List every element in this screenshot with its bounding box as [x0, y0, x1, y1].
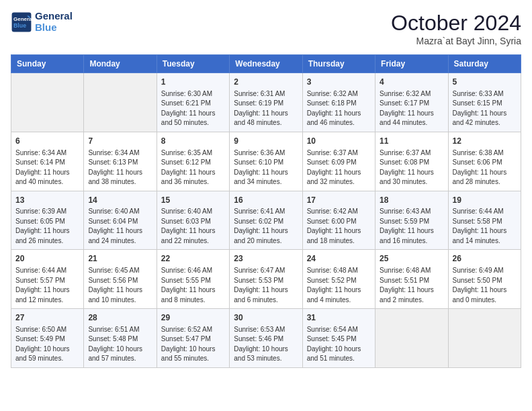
- day-number: 21: [88, 253, 152, 265]
- calendar-cell: 11Sunrise: 6:37 AMSunset: 6:08 PMDayligh…: [375, 132, 448, 191]
- calendar-cell: 14Sunrise: 6:40 AMSunset: 6:04 PMDayligh…: [84, 191, 157, 250]
- day-number: 3: [307, 77, 371, 88]
- calendar-cell: 8Sunrise: 6:35 AMSunset: 6:12 PMDaylight…: [157, 132, 229, 191]
- day-number: 27: [15, 312, 79, 324]
- cell-content: Sunrise: 6:34 AMSunset: 6:13 PMDaylight:…: [88, 148, 152, 187]
- calendar-cell: 17Sunrise: 6:42 AMSunset: 6:00 PMDayligh…: [302, 191, 375, 250]
- cell-content: Sunrise: 6:32 AMSunset: 6:17 PMDaylight:…: [380, 89, 443, 128]
- weekday-header-thursday: Thursday: [302, 55, 375, 73]
- day-number: 4: [380, 77, 443, 88]
- cell-content: Sunrise: 6:31 AMSunset: 6:19 PMDaylight:…: [234, 89, 298, 128]
- calendar-table: SundayMondayTuesdayWednesdayThursdayFrid…: [11, 54, 521, 368]
- calendar-cell: 5Sunrise: 6:33 AMSunset: 6:15 PMDaylight…: [448, 73, 521, 132]
- day-number: 25: [380, 253, 443, 265]
- calendar-cell: 9Sunrise: 6:36 AMSunset: 6:10 PMDaylight…: [230, 132, 302, 191]
- title-area: October 2024 Mazra`at Bayt Jinn, Syria: [391, 11, 521, 46]
- cell-content: Sunrise: 6:37 AMSunset: 6:08 PMDaylight:…: [380, 148, 443, 187]
- day-number: 17: [307, 195, 371, 206]
- day-number: 7: [88, 136, 152, 147]
- cell-content: Sunrise: 6:44 AMSunset: 5:57 PMDaylight:…: [15, 266, 79, 305]
- calendar-cell: [11, 73, 84, 132]
- calendar-cell: 30Sunrise: 6:53 AMSunset: 5:46 PMDayligh…: [230, 309, 302, 368]
- logo-blue: Blue: [35, 22, 73, 34]
- calendar-cell: 6Sunrise: 6:34 AMSunset: 6:14 PMDaylight…: [11, 132, 84, 191]
- cell-content: Sunrise: 6:33 AMSunset: 6:15 PMDaylight:…: [453, 89, 517, 128]
- weekday-header-tuesday: Tuesday: [157, 55, 229, 73]
- cell-content: Sunrise: 6:48 AMSunset: 5:52 PMDaylight:…: [307, 266, 371, 305]
- cell-content: Sunrise: 6:34 AMSunset: 6:14 PMDaylight:…: [15, 148, 79, 187]
- logo-general: General: [35, 11, 73, 22]
- logo: General Blue General Blue: [11, 11, 73, 33]
- calendar-cell: [84, 73, 157, 132]
- cell-content: Sunrise: 6:39 AMSunset: 6:05 PMDaylight:…: [15, 207, 79, 246]
- day-number: 10: [307, 136, 371, 147]
- cell-content: Sunrise: 6:54 AMSunset: 5:45 PMDaylight:…: [307, 325, 371, 364]
- calendar-cell: 7Sunrise: 6:34 AMSunset: 6:13 PMDaylight…: [84, 132, 157, 191]
- cell-content: Sunrise: 6:45 AMSunset: 5:56 PMDaylight:…: [88, 266, 152, 305]
- day-number: 20: [15, 253, 79, 265]
- cell-content: Sunrise: 6:30 AMSunset: 6:21 PMDaylight:…: [161, 89, 225, 128]
- cell-content: Sunrise: 6:43 AMSunset: 5:59 PMDaylight:…: [380, 207, 443, 246]
- day-number: 14: [88, 195, 152, 206]
- day-number: 24: [307, 253, 371, 265]
- cell-content: Sunrise: 6:53 AMSunset: 5:46 PMDaylight:…: [234, 325, 298, 364]
- cell-content: Sunrise: 6:44 AMSunset: 5:58 PMDaylight:…: [453, 207, 517, 246]
- cell-content: Sunrise: 6:49 AMSunset: 5:50 PMDaylight:…: [453, 266, 517, 305]
- day-number: 12: [453, 136, 517, 147]
- calendar-cell: 23Sunrise: 6:47 AMSunset: 5:53 PMDayligh…: [230, 250, 302, 309]
- cell-content: Sunrise: 6:38 AMSunset: 6:06 PMDaylight:…: [453, 148, 517, 187]
- calendar-cell: 28Sunrise: 6:51 AMSunset: 5:48 PMDayligh…: [84, 309, 157, 368]
- day-number: 6: [15, 136, 79, 147]
- cell-content: Sunrise: 6:40 AMSunset: 6:04 PMDaylight:…: [88, 207, 152, 246]
- cell-content: Sunrise: 6:48 AMSunset: 5:51 PMDaylight:…: [380, 266, 443, 305]
- day-number: 29: [161, 312, 225, 324]
- weekday-header-wednesday: Wednesday: [230, 55, 302, 73]
- weekday-header-saturday: Saturday: [448, 55, 521, 73]
- day-number: 11: [380, 136, 443, 147]
- calendar-cell: 21Sunrise: 6:45 AMSunset: 5:56 PMDayligh…: [84, 250, 157, 309]
- day-number: 15: [161, 195, 225, 206]
- day-number: 28: [88, 312, 152, 324]
- day-number: 22: [161, 253, 225, 265]
- day-number: 2: [234, 77, 298, 88]
- day-number: 26: [453, 253, 517, 265]
- day-number: 9: [234, 136, 298, 147]
- cell-content: Sunrise: 6:51 AMSunset: 5:48 PMDaylight:…: [88, 325, 152, 364]
- weekday-header-friday: Friday: [375, 55, 448, 73]
- cell-content: Sunrise: 6:47 AMSunset: 5:53 PMDaylight:…: [234, 266, 298, 305]
- calendar-cell: 29Sunrise: 6:52 AMSunset: 5:47 PMDayligh…: [157, 309, 229, 368]
- calendar-cell: 16Sunrise: 6:41 AMSunset: 6:02 PMDayligh…: [230, 191, 302, 250]
- cell-content: Sunrise: 6:37 AMSunset: 6:09 PMDaylight:…: [307, 148, 371, 187]
- day-number: 31: [307, 312, 371, 324]
- day-number: 8: [161, 136, 225, 147]
- cell-content: Sunrise: 6:46 AMSunset: 5:55 PMDaylight:…: [161, 266, 225, 305]
- cell-content: Sunrise: 6:35 AMSunset: 6:12 PMDaylight:…: [161, 148, 225, 187]
- calendar-cell: 10Sunrise: 6:37 AMSunset: 6:09 PMDayligh…: [302, 132, 375, 191]
- calendar-cell: [448, 309, 521, 368]
- cell-content: Sunrise: 6:36 AMSunset: 6:10 PMDaylight:…: [234, 148, 298, 187]
- calendar-cell: 31Sunrise: 6:54 AMSunset: 5:45 PMDayligh…: [302, 309, 375, 368]
- calendar-cell: 4Sunrise: 6:32 AMSunset: 6:17 PMDaylight…: [375, 73, 448, 132]
- day-number: 13: [15, 195, 79, 206]
- weekday-header-monday: Monday: [84, 55, 157, 73]
- cell-content: Sunrise: 6:32 AMSunset: 6:18 PMDaylight:…: [307, 89, 371, 128]
- weekday-header-sunday: Sunday: [11, 55, 84, 73]
- calendar-cell: 26Sunrise: 6:49 AMSunset: 5:50 PMDayligh…: [448, 250, 521, 309]
- calendar-cell: 24Sunrise: 6:48 AMSunset: 5:52 PMDayligh…: [302, 250, 375, 309]
- calendar-cell: 2Sunrise: 6:31 AMSunset: 6:19 PMDaylight…: [230, 73, 302, 132]
- calendar-cell: 13Sunrise: 6:39 AMSunset: 6:05 PMDayligh…: [11, 191, 84, 250]
- header: General Blue General Blue October 2024 M…: [11, 11, 521, 46]
- day-number: 1: [161, 77, 225, 88]
- calendar-cell: 3Sunrise: 6:32 AMSunset: 6:18 PMDaylight…: [302, 73, 375, 132]
- cell-content: Sunrise: 6:50 AMSunset: 5:49 PMDaylight:…: [15, 325, 79, 364]
- day-number: 5: [453, 77, 517, 88]
- calendar-cell: 18Sunrise: 6:43 AMSunset: 5:59 PMDayligh…: [375, 191, 448, 250]
- calendar-cell: 27Sunrise: 6:50 AMSunset: 5:49 PMDayligh…: [11, 309, 84, 368]
- logo-icon: General Blue: [11, 11, 32, 33]
- svg-text:Blue: Blue: [13, 22, 26, 29]
- calendar-cell: 1Sunrise: 6:30 AMSunset: 6:21 PMDaylight…: [157, 73, 229, 132]
- cell-content: Sunrise: 6:40 AMSunset: 6:03 PMDaylight:…: [161, 207, 225, 246]
- location-title: Mazra`at Bayt Jinn, Syria: [391, 36, 521, 46]
- month-title: October 2024: [391, 11, 521, 36]
- day-number: 19: [453, 195, 517, 206]
